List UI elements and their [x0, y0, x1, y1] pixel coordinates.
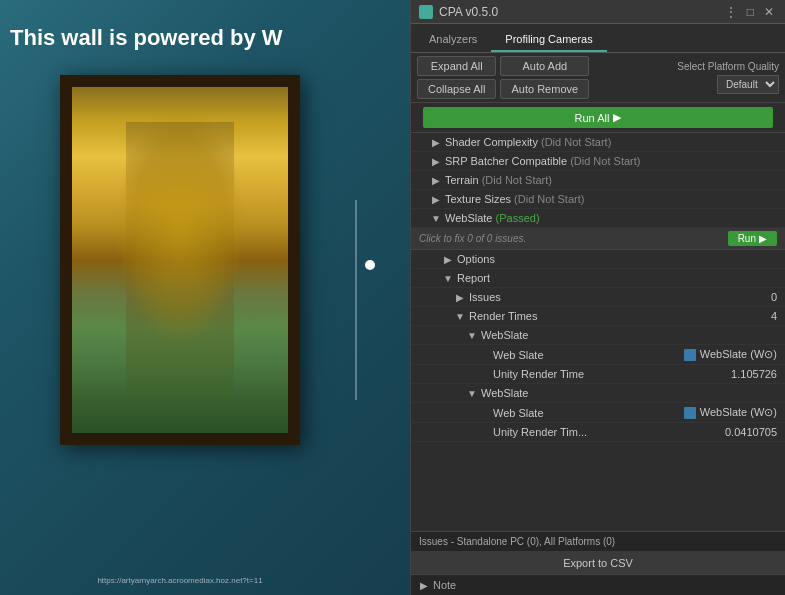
- list-item[interactable]: Web Slate WebSlate (W⊙): [411, 345, 785, 365]
- cpa-icon: [419, 5, 433, 19]
- list-item[interactable]: Web Slate WebSlate (W⊙): [411, 403, 785, 423]
- item-label: SRP Batcher Compatible (Did Not Start): [445, 155, 777, 167]
- painting-frame: [60, 75, 300, 445]
- platform-label: Select Platform Quality: [677, 61, 779, 72]
- vertical-line: [355, 200, 357, 400]
- panel-content[interactable]: ▶ Shader Complexity (Did Not Start) ▶ SR…: [411, 133, 785, 531]
- list-item[interactable]: ▶ Texture Sizes (Did Not Start): [411, 190, 785, 209]
- item-label: WebSlate: [481, 329, 777, 341]
- platform-select[interactable]: Default: [717, 75, 779, 94]
- item-value: 0.0410705: [725, 426, 777, 438]
- arrow-icon: ▼: [431, 213, 441, 224]
- arrow-icon: ▶: [431, 175, 441, 186]
- arrow-icon: ▼: [443, 273, 453, 284]
- item-label: Options: [457, 253, 777, 265]
- wall-text: This wall is powered by W: [10, 25, 283, 51]
- run-all-button[interactable]: Run All ▶: [423, 107, 773, 128]
- list-item[interactable]: ▼ Render Times 4: [411, 307, 785, 326]
- arrow-icon: ▶: [431, 156, 441, 167]
- auto-remove-button[interactable]: Auto Remove: [500, 79, 589, 99]
- arrow-icon: ▼: [467, 330, 477, 341]
- item-label: Unity Render Time: [493, 368, 727, 380]
- arrow-icon: ▼: [467, 388, 477, 399]
- arrow-icon: ▶: [455, 292, 465, 303]
- close-icon[interactable]: ✕: [761, 5, 777, 19]
- item-label: WebSlate (Passed): [445, 212, 777, 224]
- run-all-row: Run All ▶: [411, 103, 785, 133]
- item-value: 4: [747, 310, 777, 322]
- item-label: Terrain (Did Not Start): [445, 174, 777, 186]
- panel-title: CPA v0.5.0: [439, 5, 498, 19]
- export-csv-button[interactable]: Export to CSV: [411, 552, 785, 575]
- menu-icon[interactable]: ⋮: [722, 5, 740, 19]
- cursor-dot: [365, 260, 375, 270]
- item-label: Unity Render Tim...: [493, 426, 721, 438]
- play-icon: ▶: [759, 233, 767, 244]
- scene-background: This wall is powered by W https://artyar…: [0, 0, 415, 595]
- fix-text: Click to fix 0 of 0 issues.: [419, 233, 722, 244]
- panel-titlebar: CPA v0.5.0 ⋮ □ ✕: [411, 0, 785, 24]
- maximize-icon[interactable]: □: [744, 5, 757, 19]
- list-item[interactable]: ▶ Shader Complexity (Did Not Start): [411, 133, 785, 152]
- list-item[interactable]: ▼ WebSlate: [411, 326, 785, 345]
- arrow-icon: ▶: [431, 194, 441, 205]
- item-label: Web Slate: [493, 407, 680, 419]
- arrow-icon: ▶: [443, 254, 453, 265]
- webslate-icon: [684, 407, 696, 419]
- toolbar-col-left: Expand All Collapse All: [417, 56, 496, 99]
- item-value: 1.105726: [731, 368, 777, 380]
- panel-title-left: CPA v0.5.0: [419, 5, 498, 19]
- item-label: Report: [457, 272, 777, 284]
- list-item[interactable]: Unity Render Tim... 0.0410705: [411, 423, 785, 442]
- note-arrow-icon: ▶: [419, 580, 429, 591]
- list-item[interactable]: ▶ Options: [411, 250, 785, 269]
- arrow-icon: ▶: [431, 137, 441, 148]
- list-item[interactable]: Unity Render Time 1.105726: [411, 365, 785, 384]
- toolbar-row: Expand All Collapse All Auto Add Auto Re…: [411, 53, 785, 103]
- expand-all-button[interactable]: Expand All: [417, 56, 496, 76]
- panel-tabs: Analyzers Profiling Cameras: [411, 24, 785, 53]
- auto-add-button[interactable]: Auto Add: [500, 56, 589, 76]
- note-bar[interactable]: ▶ Note: [411, 575, 785, 595]
- list-item[interactable]: ▼ WebSlate (Passed): [411, 209, 785, 228]
- webslate-icon: [684, 349, 696, 361]
- list-item[interactable]: ▼ WebSlate: [411, 384, 785, 403]
- tab-profiling-cameras[interactable]: Profiling Cameras: [491, 28, 606, 52]
- item-label: Shader Complexity (Did Not Start): [445, 136, 777, 148]
- list-item[interactable]: ▶ Terrain (Did Not Start): [411, 171, 785, 190]
- arrow-icon: ▼: [455, 311, 465, 322]
- item-value: 0: [747, 291, 777, 303]
- tab-analyzers[interactable]: Analyzers: [415, 28, 491, 52]
- item-value: WebSlate (W⊙): [684, 348, 777, 361]
- item-value: WebSlate (W⊙): [684, 406, 777, 419]
- item-label: Web Slate: [493, 349, 680, 361]
- note-label: Note: [433, 579, 456, 591]
- painting: [72, 87, 288, 433]
- panel-footer: Issues - Standalone PC (0), All Platform…: [411, 531, 785, 595]
- cpa-panel: CPA v0.5.0 ⋮ □ ✕ Analyzers Profiling Cam…: [410, 0, 785, 595]
- list-item[interactable]: ▼ Report: [411, 269, 785, 288]
- toolbar-col-right: Auto Add Auto Remove: [500, 56, 589, 99]
- fix-bar: Click to fix 0 of 0 issues. Run ▶: [411, 228, 785, 250]
- list-item[interactable]: ▶ SRP Batcher Compatible (Did Not Start): [411, 152, 785, 171]
- item-label: Texture Sizes (Did Not Start): [445, 193, 777, 205]
- painting-caption: https://artyarnyarch.acroomediax.hoz.net…: [60, 576, 300, 585]
- run-button[interactable]: Run ▶: [728, 231, 777, 246]
- panel-title-controls: ⋮ □ ✕: [722, 5, 777, 19]
- platform-section: Select Platform Quality Default: [677, 56, 779, 99]
- item-label: WebSlate: [481, 387, 777, 399]
- play-icon: ▶: [613, 111, 621, 124]
- list-item[interactable]: ▶ Issues 0: [411, 288, 785, 307]
- collapse-all-button[interactable]: Collapse All: [417, 79, 496, 99]
- item-label: Render Times: [469, 310, 743, 322]
- item-label: Issues: [469, 291, 743, 303]
- footer-issues: Issues - Standalone PC (0), All Platform…: [411, 532, 785, 552]
